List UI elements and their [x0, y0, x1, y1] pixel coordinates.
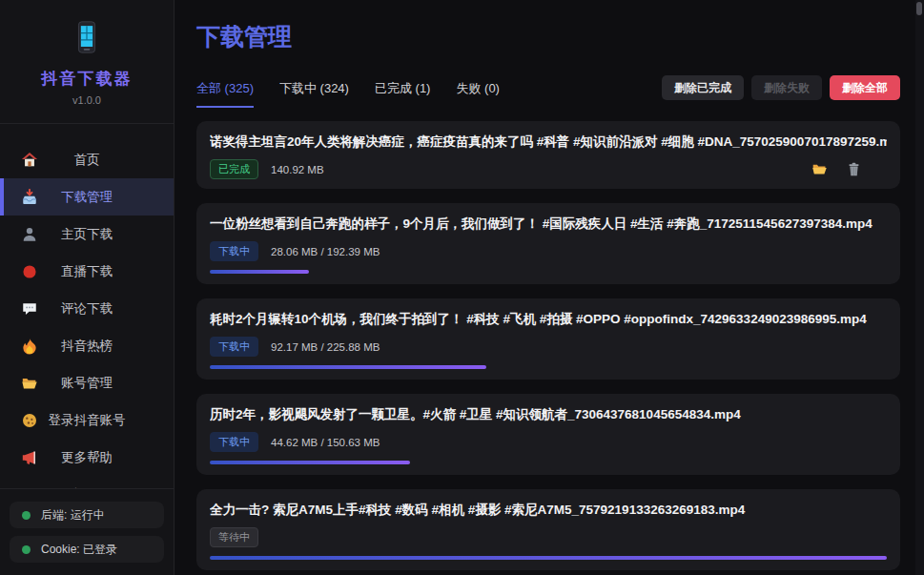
row-actions: [811, 161, 862, 177]
toolbar: 全部 (325) 下载中 (324) 已完成 (1) 失败 (0) 删除已完成 …: [196, 75, 900, 108]
download-title: 一位粉丝想看到自己奔跑的样子，9个月后，我们做到了！ #国际残疾人日 #生活 #…: [210, 216, 887, 233]
download-row: 历时2年，影视飓风发射了一颗卫星。#火箭 #卫星 #知识领航者_73064376…: [196, 394, 900, 475]
progress-bar: [210, 270, 309, 274]
status-dot-icon: [22, 511, 31, 520]
page-title: 下载管理: [196, 21, 900, 52]
scrollbar[interactable]: [915, 0, 924, 575]
download-list: 诺奖得主坦言20年人类将解决癌症，癌症疫苗真的来了吗 #科普 #知识前沿派对 #…: [196, 121, 900, 575]
sidebar-item-login-douyin[interactable]: 登录抖音账号: [0, 401, 174, 439]
progress-track: [210, 365, 887, 369]
progress-track: [210, 556, 887, 560]
app-version: v1.0.0: [72, 94, 101, 106]
sidebar-nav: 首页 下载管理 主页下载 直播下载 评论下载 抖音热榜 账号管理 登录抖音账号 …: [0, 124, 174, 488]
sidebar-item-download-manager[interactable]: 下载管理: [0, 178, 174, 216]
status-label: Cookie: 已登录: [41, 542, 117, 558]
scrollbar-thumb[interactable]: [916, 2, 922, 15]
app-title: 抖音下载器: [42, 68, 133, 90]
status-badge: 等待中: [210, 527, 258, 547]
status-badge: 下载中: [210, 337, 258, 357]
download-title: 诺奖得主坦言20年人类将解决癌症，癌症疫苗真的来了吗 #科普 #知识前沿派对 #…: [210, 133, 887, 151]
file-size: 92.17 MB / 225.88 MB: [271, 341, 380, 353]
action-buttons: 删除已完成 删除失败 删除全部: [662, 75, 900, 108]
tab-all[interactable]: 全部 (325): [196, 80, 254, 108]
download-row: 耗时2个月辗转10个机场，我们终于拍到了！ #科技 #飞机 #拍摄 #OPPO …: [196, 298, 900, 380]
gear-icon: [20, 485, 39, 489]
status-badge: 下载中: [210, 241, 258, 261]
progress-bar: [210, 365, 486, 369]
cookie-icon: [20, 411, 39, 430]
delete-completed-button[interactable]: 删除已完成: [662, 75, 744, 100]
tab-done[interactable]: 已完成 (1): [375, 80, 431, 108]
file-size: 44.62 MB / 150.63 MB: [271, 437, 380, 448]
download-title: 耗时2个月辗转10个机场，我们终于拍到了！ #科技 #飞机 #拍摄 #OPPO …: [210, 311, 887, 328]
sidebar-item-more-help[interactable]: 更多帮助: [0, 439, 174, 476]
sidebar-item-comment-download[interactable]: 评论下载: [0, 290, 174, 327]
comment-icon: [20, 299, 39, 318]
file-size: 140.92 MB: [271, 164, 324, 175]
folder-icon: [20, 374, 39, 393]
download-row: 诺奖得主坦言20年人类将解决癌症，癌症疫苗真的来了吗 #科普 #知识前沿派对 #…: [196, 121, 900, 189]
sidebar-item-hot-list[interactable]: 抖音热榜: [0, 327, 174, 364]
sidebar-item-home[interactable]: 首页: [0, 141, 174, 178]
live-icon: [20, 262, 39, 281]
status-dot-icon: [22, 545, 31, 554]
progress-bar: [210, 556, 887, 560]
backend-status: 后端: 运行中: [10, 502, 164, 528]
home-icon: [20, 151, 39, 170]
delete-all-button[interactable]: 删除全部: [830, 75, 900, 100]
fire-icon: [20, 337, 39, 356]
download-row: 全力一击? 索尼A7M5上手#科技 #数码 #相机 #摄影 #索尼A7M5_75…: [196, 489, 900, 570]
progress-track: [210, 270, 887, 274]
user-icon: [20, 225, 39, 244]
status-block: 后端: 运行中 Cookie: 已登录: [0, 488, 174, 575]
tab-downloading[interactable]: 下载中 (324): [279, 80, 349, 108]
status-label: 后端: 运行中: [41, 507, 105, 524]
progress-track: [210, 461, 887, 464]
download-title: 全力一击? 索尼A7M5上手#科技 #数码 #相机 #摄影 #索尼A7M5_75…: [210, 502, 887, 519]
megaphone-icon: [20, 448, 39, 467]
sidebar-item-live-download[interactable]: 直播下载: [0, 253, 174, 290]
delete-failed-button[interactable]: 删除失败: [751, 75, 822, 100]
sidebar-item-settings[interactable]: 设置: [0, 476, 174, 488]
sidebar-item-profile-download[interactable]: 主页下载: [0, 216, 174, 253]
tab-failed[interactable]: 失败 (0): [456, 80, 500, 108]
tab-bar: 全部 (325) 下载中 (324) 已完成 (1) 失败 (0): [196, 80, 500, 108]
status-badge: 下载中: [210, 432, 258, 452]
status-badge: 已完成: [210, 159, 258, 179]
cookie-status: Cookie: 已登录: [10, 536, 164, 563]
inbox-icon: [20, 188, 39, 207]
sidebar: 抖音下载器 v1.0.0 首页 下载管理 主页下载 直播下载 评论下载 抖音热榜…: [0, 0, 175, 575]
download-row: 一位粉丝想看到自己奔跑的样子，9个月后，我们做到了！ #国际残疾人日 #生活 #…: [196, 203, 900, 284]
file-size: 28.06 MB / 192.39 MB: [271, 246, 380, 257]
download-title: 历时2年，影视飓风发射了一颗卫星。#火箭 #卫星 #知识领航者_73064376…: [210, 406, 887, 423]
app-logo: 抖音下载器 v1.0.0: [0, 0, 174, 124]
sidebar-item-account-manager[interactable]: 账号管理: [0, 364, 174, 401]
progress-bar: [210, 461, 410, 464]
delete-button[interactable]: [846, 161, 862, 177]
open-folder-button[interactable]: [811, 161, 828, 177]
main-content: 下载管理 全部 (325) 下载中 (324) 已完成 (1) 失败 (0) 删…: [175, 0, 915, 575]
phone-icon: [69, 19, 105, 59]
